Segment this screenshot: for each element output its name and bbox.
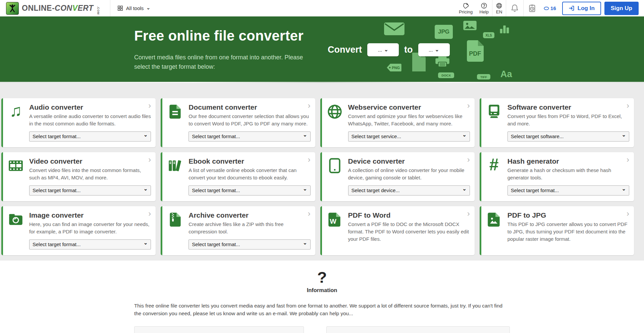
target-format-select[interactable]: ... ⌄ bbox=[418, 43, 450, 56]
converters-section: ›♫Audio converterA versatile online audi… bbox=[0, 82, 644, 261]
chevron-right-icon[interactable]: › bbox=[148, 210, 151, 218]
language-label: EN bbox=[496, 9, 502, 14]
chevron-right-icon[interactable]: › bbox=[308, 156, 311, 164]
target-select[interactable]: Select target format... bbox=[189, 131, 310, 142]
card-title[interactable]: Ebook converter bbox=[189, 157, 310, 165]
target-select[interactable]: Select target format... bbox=[189, 185, 310, 196]
card-title[interactable]: PDF to Word bbox=[348, 211, 470, 219]
target-select-wrap: Select target format... bbox=[189, 131, 310, 142]
card-title[interactable]: Audio converter bbox=[29, 103, 151, 111]
card-description: Convert video files into the most common… bbox=[29, 167, 151, 181]
converter-card-image-file: ›PDF to JPGThis PDF to JPG converter all… bbox=[480, 206, 634, 255]
hero-separator bbox=[0, 82, 644, 83]
chevron-right-icon[interactable]: › bbox=[627, 102, 629, 110]
information-body: This free online file converter lets you… bbox=[134, 302, 510, 318]
bell-icon bbox=[510, 4, 519, 13]
target-select[interactable]: Select target software... bbox=[507, 131, 629, 142]
page: ONLINE-CONVERT.COM All tools ⌄ Pricing bbox=[0, 0, 644, 333]
card-description: This PDF to JPG converter allows you to … bbox=[507, 221, 629, 242]
coin-icon bbox=[543, 6, 549, 11]
svg-text:W: W bbox=[330, 217, 336, 225]
target-select[interactable]: Select target service... bbox=[348, 131, 470, 142]
source-format-select[interactable]: ... ⌄ bbox=[367, 43, 399, 56]
card-description: Convert and optimize your files for webs… bbox=[348, 113, 470, 127]
top-bar: ONLINE-CONVERT.COM All tools ⌄ Pricing bbox=[0, 0, 644, 16]
card-title[interactable]: PDF to JPG bbox=[507, 211, 629, 219]
nav-pricing[interactable]: Pricing bbox=[455, 0, 476, 16]
chevron-right-icon[interactable]: › bbox=[148, 102, 151, 110]
target-select[interactable]: Select target device... bbox=[348, 185, 470, 196]
target-select-wrap: Select target format... bbox=[507, 185, 629, 196]
card-title[interactable]: Software converter bbox=[507, 103, 629, 111]
card-description: Create archive files like a ZIP with thi… bbox=[189, 221, 310, 235]
card-description: A collection of online video converter f… bbox=[348, 167, 470, 181]
converter-card-books: ›Ebook converterA list of versatile onli… bbox=[161, 152, 315, 201]
chevron-right-icon[interactable]: › bbox=[467, 156, 470, 164]
card-title[interactable]: Image converter bbox=[29, 211, 151, 219]
all-tools-label: All tools bbox=[126, 5, 144, 11]
log-in-button[interactable]: Log In bbox=[562, 2, 601, 15]
source-format-value: ... bbox=[378, 47, 382, 53]
card-title[interactable]: Device converter bbox=[348, 157, 470, 165]
card-title[interactable]: Archive converter bbox=[189, 211, 310, 219]
target-select-wrap: Select target service... bbox=[348, 131, 470, 142]
converter-grid: ›♫Audio converterA versatile online audi… bbox=[1, 98, 634, 255]
card-description: Generate a hash or checksum with these h… bbox=[507, 167, 629, 181]
film-icon bbox=[7, 157, 24, 175]
card-description: A versatile online audio converter to co… bbox=[29, 113, 151, 127]
converter-card-computer: ›Software converterConvert your files fr… bbox=[480, 98, 634, 147]
card-description: Convert your files from PDF to Word, PDF… bbox=[507, 113, 629, 127]
hero-banner: JPGXLSPDFPNGDOCXTIFFAa Free online file … bbox=[0, 16, 644, 82]
word-file-icon: W bbox=[326, 211, 343, 229]
chevron-right-icon[interactable]: › bbox=[627, 210, 629, 218]
info-box-right[interactable] bbox=[326, 326, 510, 333]
language-selector[interactable]: EN bbox=[492, 0, 506, 16]
chevron-right-icon[interactable]: › bbox=[308, 102, 311, 110]
target-select[interactable]: Select target format... bbox=[507, 185, 629, 196]
card-description: Our free document converter selection th… bbox=[189, 113, 310, 127]
converter-card-zip: ›Archive converterCreate archive files l… bbox=[161, 206, 315, 255]
history-button[interactable] bbox=[524, 0, 541, 16]
site-logo[interactable]: ONLINE-CONVERT.COM bbox=[6, 2, 103, 15]
converter-card-hash: ›#Hash generatorGenerate a hash or check… bbox=[480, 152, 634, 201]
nav-help[interactable]: Help bbox=[476, 0, 492, 16]
target-select[interactable]: Select target format... bbox=[29, 239, 151, 249]
sign-up-button[interactable]: Sign Up bbox=[604, 2, 639, 15]
target-select-wrap: Select target format... bbox=[29, 239, 151, 249]
pricing-label: Pricing bbox=[459, 9, 473, 14]
camera-icon bbox=[7, 211, 24, 229]
credits-count: 16 bbox=[550, 5, 556, 11]
card-description: A list of versatile online ebook convert… bbox=[189, 167, 310, 181]
converter-card-tablet: ›Device converterA collection of online … bbox=[320, 152, 475, 201]
info-box-left[interactable] bbox=[134, 326, 304, 333]
target-select[interactable]: Select target format... bbox=[189, 239, 310, 249]
document-icon bbox=[166, 103, 184, 121]
card-title[interactable]: Document converter bbox=[189, 103, 310, 111]
log-in-label: Log In bbox=[578, 5, 595, 12]
chevron-right-icon[interactable]: › bbox=[148, 156, 151, 164]
chevron-down-icon: ⌄ bbox=[435, 47, 439, 53]
card-description: Convert a PDF file to DOC or the Microso… bbox=[348, 221, 470, 242]
all-tools-menu[interactable]: All tools ⌄ bbox=[110, 0, 157, 16]
login-icon bbox=[569, 5, 575, 11]
target-select-wrap: Select target software... bbox=[507, 131, 629, 142]
image-file-icon bbox=[485, 211, 503, 229]
card-title[interactable]: Webservice converter bbox=[348, 103, 470, 111]
card-description: Here, you can find an image converter fo… bbox=[29, 221, 151, 235]
tag-icon bbox=[463, 2, 469, 9]
chevron-right-icon[interactable]: › bbox=[627, 156, 629, 164]
target-select[interactable]: Select target format... bbox=[29, 185, 151, 196]
chevron-right-icon[interactable]: › bbox=[308, 210, 311, 218]
chevron-right-icon[interactable]: › bbox=[467, 102, 470, 110]
chevron-right-icon[interactable]: › bbox=[467, 210, 470, 218]
card-title[interactable]: Video converter bbox=[29, 157, 151, 165]
notifications-button[interactable] bbox=[506, 0, 523, 16]
credits-badge[interactable]: 16 bbox=[541, 5, 559, 11]
target-select[interactable]: Select target format... bbox=[29, 131, 151, 142]
converter-card-word-file: ›WPDF to WordConvert a PDF file to DOC o… bbox=[320, 206, 475, 255]
logo-figure-icon bbox=[6, 2, 19, 15]
sign-up-label: Sign Up bbox=[611, 5, 632, 12]
target-format-value: ... bbox=[429, 47, 433, 53]
card-title[interactable]: Hash generator bbox=[507, 157, 629, 165]
chevron-down-icon: ⌄ bbox=[146, 5, 150, 10]
